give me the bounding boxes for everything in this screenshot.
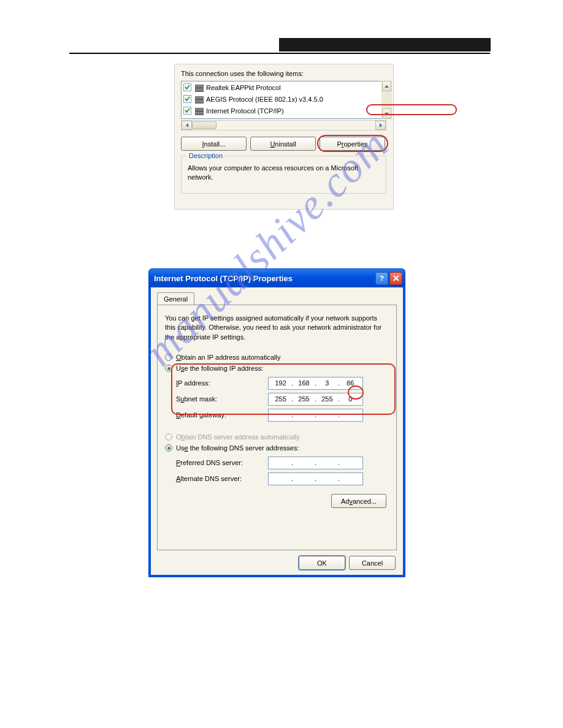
radio-use-dns[interactable]: Use the following DNS server addresses: [165, 442, 389, 453]
radio-use-ip[interactable]: Use the following IP address: [165, 363, 389, 374]
protocol-icon [194, 83, 204, 91]
header-black-bar [279, 38, 491, 51]
tcpip-properties-window: Internet Protocol (TCP/IP) Properties ? … [148, 268, 405, 577]
item-label: Internet Protocol (TCP/IP) [206, 107, 284, 115]
description-group: Description Allows your computer to acce… [181, 156, 386, 194]
checkbox-icon[interactable] [183, 95, 191, 103]
ip-address-label: IP address: [176, 379, 268, 387]
info-text: You can get IP settings assigned automat… [165, 314, 389, 342]
properties-button[interactable]: Properties [320, 137, 385, 151]
scrollbar-thumb[interactable] [192, 121, 216, 129]
scroll-down-icon[interactable] [382, 108, 391, 119]
header-rule [69, 53, 490, 54]
radio-obtain-ip[interactable]: Obtain an IP address automatically [165, 352, 389, 363]
scroll-right-icon[interactable] [375, 121, 386, 130]
scroll-up-icon[interactable] [382, 81, 391, 91]
vertical-scrollbar[interactable] [381, 81, 392, 119]
cancel-button[interactable]: Cancel [349, 556, 396, 570]
checkbox-icon[interactable] [183, 83, 191, 91]
radio-obtain-dns: Obtain DNS server address automatically [165, 431, 389, 442]
window-titlebar[interactable]: Internet Protocol (TCP/IP) Properties ? [149, 269, 405, 287]
list-item[interactable]: Internet Protocol (TCP/IP) [182, 105, 386, 116]
ok-button[interactable]: OK [299, 556, 345, 570]
close-icon [393, 275, 400, 282]
item-label: AEGIS Protocol (IEEE 802.1x) v3.4.5.0 [206, 96, 323, 103]
checkbox-icon[interactable] [183, 107, 191, 115]
radio-icon [165, 354, 172, 361]
item-label: Realtek EAPPkt Protocol [206, 84, 281, 91]
items-listbox[interactable]: Realtek EAPPkt Protocol AEGIS Protocol (… [181, 81, 386, 119]
install-button[interactable]: Install... [181, 137, 247, 151]
alt-dns-input[interactable]: ... [268, 472, 363, 485]
description-text: Allows your computer to access resources… [182, 156, 386, 190]
gateway-label: Default gateway: [176, 411, 268, 419]
subnet-mask-label: Subnet mask: [176, 395, 268, 403]
radio-icon [165, 444, 172, 452]
horizontal-scrollbar[interactable] [181, 120, 386, 131]
window-title: Internet Protocol (TCP/IP) Properties [154, 274, 374, 283]
radio-icon [165, 365, 172, 372]
protocol-icon [194, 95, 204, 103]
alt-dns-label: Alternate DNS server: [176, 475, 268, 482]
description-legend: Description [186, 152, 225, 159]
gateway-input[interactable]: . . . [268, 409, 363, 422]
protocol-icon [194, 107, 204, 115]
help-button[interactable]: ? [375, 272, 388, 285]
pref-dns-input[interactable]: ... [268, 457, 363, 469]
list-item[interactable]: Realtek EAPPkt Protocol [182, 82, 386, 93]
ip-address-input[interactable]: 192. 168. 3. 86 [268, 377, 363, 390]
tab-general[interactable]: General [157, 292, 194, 305]
subnet-mask-input[interactable]: 255. 255. 255. 0 [268, 393, 363, 406]
connection-items-panel: This connection uses the following items… [174, 64, 394, 210]
scroll-left-icon[interactable] [182, 121, 192, 130]
close-button[interactable] [389, 272, 402, 285]
pref-dns-label: Preferred DNS server: [176, 459, 268, 466]
advanced-button[interactable]: Advanced... [331, 494, 386, 508]
radio-icon [165, 433, 172, 441]
uninstall-button[interactable]: Uninstall [250, 137, 316, 151]
list-item[interactable]: AEGIS Protocol (IEEE 802.1x) v3.4.5.0 [182, 93, 386, 105]
panel1-label: This connection uses the following items… [181, 70, 304, 77]
tab-page-general: You can get IP settings assigned automat… [157, 305, 397, 550]
